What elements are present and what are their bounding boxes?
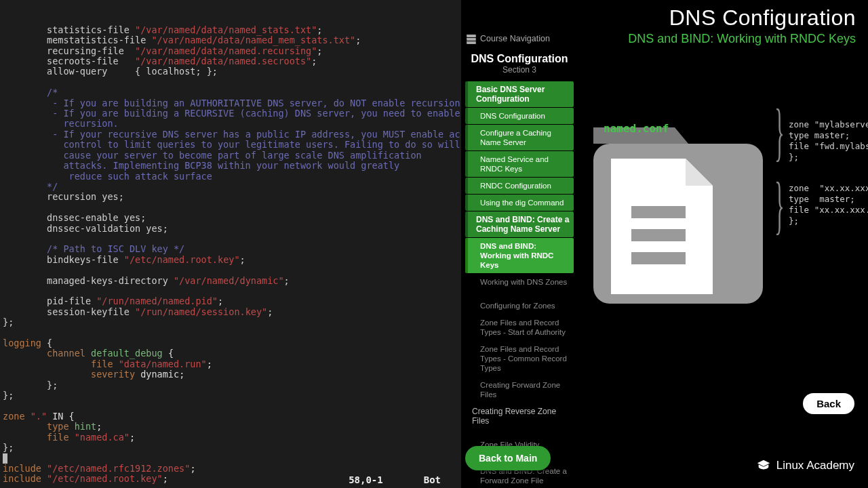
zone-snippet-forward: zone "mylabserver.com" { type master; fi… xyxy=(789,119,868,163)
code-editor-pane: statistics-file "/var/named/data/named_s… xyxy=(0,0,461,488)
slide-content: named.conf } } zone "mylabserver.com" { … xyxy=(580,53,857,426)
brace-icon: } xyxy=(774,94,784,169)
editor-status-bar: 58,0-1 Bot xyxy=(0,475,461,485)
course-nav-label: Course Navigation xyxy=(480,34,550,43)
nav-item[interactable]: Using the dig Command xyxy=(465,195,574,211)
nav-item[interactable]: Creating Reverse Zone Files xyxy=(465,403,574,429)
cursor-position: 58,0-1 xyxy=(349,475,383,485)
graduation-cap-icon xyxy=(756,458,771,473)
folder-diagram: named.conf xyxy=(587,114,770,317)
zone-snippet-reverse: zone "xx.xx.xxx.in-addr.arpa" { type mas… xyxy=(789,183,868,226)
svg-rect-1 xyxy=(631,206,686,218)
nav-item[interactable]: Creating Forward Zone Files xyxy=(465,377,574,403)
brand-logo: Linux Academy xyxy=(756,458,854,473)
nav-item[interactable]: Configuring for Zones xyxy=(465,298,574,314)
nav-item[interactable]: Zone Files and Record Types - Start of A… xyxy=(465,314,574,340)
svg-rect-2 xyxy=(631,229,686,241)
nav-item[interactable]: DNS Configuration xyxy=(465,108,574,124)
course-nav-toggle[interactable]: Course Navigation xyxy=(465,31,574,49)
back-button[interactable]: Back xyxy=(803,393,854,414)
hamburger-icon xyxy=(467,35,476,43)
svg-rect-3 xyxy=(631,252,686,264)
back-to-main-button[interactable]: Back to Main xyxy=(465,446,551,470)
nav-item[interactable]: DNS and BIND: Create a Caching Name Serv… xyxy=(465,211,574,237)
nav-item[interactable]: DNS and BIND: Working with RNDC Keys xyxy=(465,238,574,273)
nav-item[interactable]: Basic DNS Server Configuration xyxy=(465,81,574,107)
nav-item[interactable]: Configure a Caching Name Server xyxy=(465,125,574,150)
brace-icon: } xyxy=(774,167,784,242)
scroll-position: Bot xyxy=(424,475,441,485)
nav-item[interactable]: Named Service and RNDC Keys xyxy=(465,151,574,177)
section-3-header[interactable]: DNS Configuration Section 3 xyxy=(465,49,574,79)
course-nav-pane: Course Navigation DNS Configuration Sect… xyxy=(465,31,574,480)
slide-pane: DNS Configuration DNS and BIND: Working … xyxy=(461,0,868,488)
slide-subtitle: DNS and BIND: Working with RNDC Keys xyxy=(628,32,856,46)
slide-title: DNS Configuration xyxy=(628,5,856,30)
folder-icon xyxy=(587,114,770,317)
nav-item[interactable]: RNDC Configuration xyxy=(465,178,574,194)
nav-item[interactable]: Working with DNS Zones xyxy=(465,274,574,290)
nav-item[interactable]: Zone Files and Record Types - Common Rec… xyxy=(465,341,574,376)
folder-filename: named.conf xyxy=(604,122,669,135)
